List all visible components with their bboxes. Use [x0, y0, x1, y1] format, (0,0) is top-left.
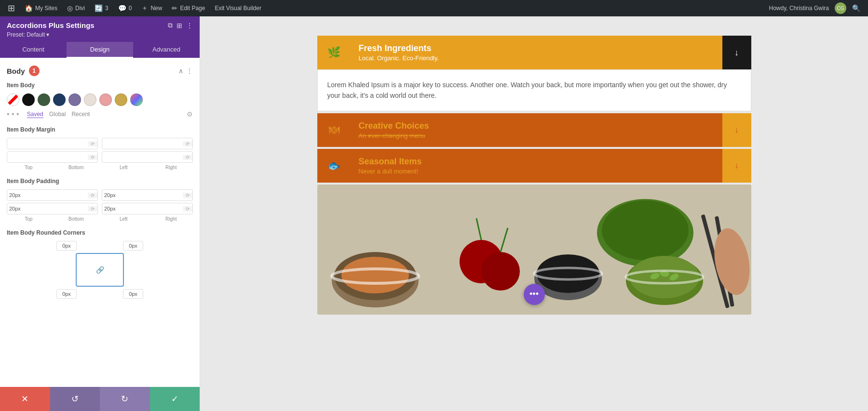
my-sites-button[interactable]: 🏠 My Sites	[21, 0, 61, 16]
margin-link4-icon[interactable]: ⟳	[183, 155, 192, 160]
acc-title-2: Creative Choices	[359, 121, 715, 131]
margin-left-input[interactable]	[7, 152, 88, 162]
wp-icon[interactable]: ⊞	[4, 0, 19, 16]
margin-left-label: Left	[102, 165, 146, 170]
search-icon[interactable]: 🔍	[848, 0, 864, 16]
rounded-corners-grid: 🔗	[7, 241, 193, 299]
rc-top-right-input[interactable]	[123, 241, 143, 251]
swatch-dark-blue[interactable]	[53, 93, 66, 106]
margin-link3-icon[interactable]: ⟳	[88, 155, 97, 160]
padding-top-input[interactable]	[7, 190, 88, 200]
svg-point-13	[630, 256, 699, 298]
panel-preset-selector[interactable]: Preset: Default ▾	[7, 31, 193, 38]
swatch-transparent[interactable]	[7, 93, 19, 106]
save-button[interactable]: ✓	[150, 387, 200, 411]
edit-page-button[interactable]: ✏ Edit Page	[168, 0, 209, 16]
rc-top-left-input[interactable]	[56, 241, 77, 251]
section-more-icon[interactable]: ⋮	[186, 67, 193, 75]
color-settings-icon[interactable]: ⚙	[187, 110, 193, 118]
accordion-module: 🌿 Fresh Ingredients Local. Organic. Eco-…	[317, 36, 751, 315]
section-collapse-icon[interactable]: ∧	[178, 67, 183, 75]
svg-point-9	[537, 254, 599, 293]
global-tab[interactable]: Global	[49, 111, 66, 118]
swatch-black[interactable]	[22, 93, 35, 106]
acc-subtitle-3: Never a dull moment!	[359, 168, 715, 175]
panel-header: Accordions Plus Settings ⧉ ⊞ ⋮ Preset: D…	[0, 16, 200, 42]
acc-header-2[interactable]: 🍽 Creative Choices An ever-changing menu…	[317, 113, 751, 147]
user-greeting: Howdy, Christina Gwira	[765, 0, 833, 16]
margin-top-input-pair: ⟳	[7, 138, 98, 149]
swatch-dark-green[interactable]	[38, 93, 50, 106]
margin-right-input-pair: ⟳	[102, 151, 193, 163]
padding-left-input[interactable]	[7, 203, 88, 214]
acc-subtitle-1: Local. Organic. Eco-Friendly.	[359, 54, 715, 62]
leaf-icon: 🌿	[327, 46, 340, 59]
margin-bottom-input[interactable]	[102, 138, 183, 149]
acc-toggle-1[interactable]: ↓	[722, 36, 751, 69]
rc-bottom-right-input[interactable]	[123, 289, 143, 299]
messages-button[interactable]: 💬 0	[114, 0, 136, 16]
padding-bottom-label: Bottom	[54, 216, 98, 222]
acc-header-3[interactable]: 🐟 Seasonal Items Never a dull moment! ↓	[317, 149, 751, 183]
svg-point-3	[341, 257, 409, 293]
panel-more-icon[interactable]: ⋮	[186, 22, 193, 29]
color-swatches	[7, 93, 193, 106]
acc-text-2: Creative Choices An ever-changing menu	[351, 113, 722, 147]
exit-builder-button[interactable]: Exit Visual Builder	[211, 0, 265, 16]
rc-bottom-left-input[interactable]	[56, 289, 77, 299]
padding-right-label: Right	[149, 216, 193, 222]
saved-tab[interactable]: Saved	[27, 111, 43, 118]
padding-link2-icon[interactable]: ⟳	[183, 193, 192, 198]
padding-right-input[interactable]	[102, 203, 183, 214]
user-avatar[interactable]: CG	[835, 2, 846, 14]
new-button[interactable]: ＋ New	[137, 0, 166, 16]
redo-button[interactable]: ↻	[100, 387, 150, 411]
panel-resize-icon[interactable]: ⧉	[168, 21, 173, 29]
swatch-gold[interactable]	[115, 93, 127, 106]
margin-top-input[interactable]	[7, 138, 88, 149]
utensils-icon: 🍽	[329, 124, 339, 136]
swatch-custom[interactable]	[130, 93, 143, 106]
padding-link3-icon[interactable]: ⟳	[88, 206, 97, 212]
acc-icon-1: 🌿	[317, 36, 351, 69]
acc-title-1: Fresh Ingredients	[359, 43, 715, 53]
panel-grid-icon[interactable]: ⊞	[176, 22, 182, 29]
acc-icon-3: 🐟	[317, 149, 351, 183]
body-section-badge: 1	[29, 66, 40, 76]
margin-right-input[interactable]	[102, 152, 183, 162]
color-tabs-row: • • • Saved Global Recent ⚙	[7, 110, 193, 119]
more-dots-icon[interactable]: • • •	[7, 110, 19, 119]
padding-link4-icon[interactable]: ⟳	[183, 206, 192, 212]
tab-content[interactable]: Content	[0, 42, 67, 58]
margin-link-icon[interactable]: ⟳	[88, 141, 97, 146]
divi-button[interactable]: ◎ Divi	[63, 0, 89, 16]
padding-labels: Top Bottom Left Right	[7, 216, 193, 222]
panel-footer: ✕ ↺ ↻ ✓	[0, 387, 200, 411]
padding-bottom-input[interactable]	[102, 190, 183, 200]
food-image: •••	[317, 185, 751, 315]
acc-toggle-2[interactable]: ↓	[722, 113, 751, 147]
rounded-corners-container: 🔗	[56, 241, 143, 299]
swatch-light-gray[interactable]	[84, 93, 96, 106]
swatch-purple[interactable]	[68, 93, 81, 106]
float-action-button[interactable]: •••	[524, 284, 545, 305]
acc-header-1[interactable]: 🌿 Fresh Ingredients Local. Organic. Eco-…	[317, 36, 751, 69]
chevron-down-icon: ▾	[46, 31, 49, 38]
padding-left-label: Left	[102, 216, 146, 222]
acc-toggle-3[interactable]: ↓	[722, 149, 751, 183]
cancel-button[interactable]: ✕	[0, 387, 50, 411]
recent-tab[interactable]: Recent	[71, 111, 90, 118]
padding-link-icon[interactable]: ⟳	[88, 193, 97, 198]
undo-button[interactable]: ↺	[50, 387, 100, 411]
margin-link2-icon[interactable]: ⟳	[183, 141, 192, 146]
tab-advanced[interactable]: Advanced	[133, 42, 200, 58]
settings-panel: Accordions Plus Settings ⧉ ⊞ ⋮ Preset: D…	[0, 16, 200, 411]
tab-design[interactable]: Design	[67, 42, 133, 58]
padding-right-input-pair: ⟳	[102, 203, 193, 214]
dots-icon: •••	[529, 289, 539, 299]
rc-link-icon[interactable]: 🔗	[96, 266, 104, 274]
margin-top-label: Top	[7, 165, 51, 170]
comments-button[interactable]: 🔄 3	[91, 0, 112, 16]
item-body-rounded-label: Item Body Rounded Corners	[7, 229, 193, 236]
swatch-pink[interactable]	[99, 93, 112, 106]
